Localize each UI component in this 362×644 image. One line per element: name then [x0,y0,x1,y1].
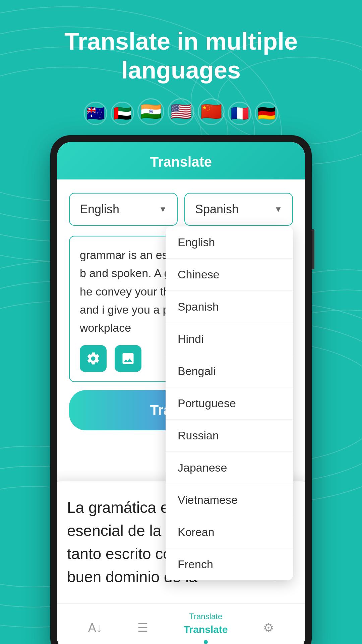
nav-item-settings[interactable]: ⚙ [263,621,274,635]
dropdown-item-bengali[interactable]: Bengali [166,355,293,387]
flag-india: 🇮🇳 [137,98,164,125]
phone-screen: Translate English ▼ Spanish ▼ En [57,142,305,644]
source-language-label: English [80,202,119,216]
settings-icon: ⚙ [263,621,274,635]
dropdown-item-chinese[interactable]: Chinese [166,259,293,291]
dropdown-item-hindi[interactable]: Hindi [166,323,293,355]
history-icon: ☰ [137,621,148,635]
translate-text-icon: A↓ [88,621,102,635]
image-button[interactable] [115,345,141,372]
bottom-nav: A↓ ☰ Translate Translate ⚙ [57,603,305,644]
language-dropdown: English Chinese Spanish Hindi Bengali Po… [166,226,293,580]
target-language-arrow: ▼ [274,205,282,214]
image-icon [121,351,135,366]
app-body: English ▼ Spanish ▼ English Chinese Span… [57,179,305,481]
dropdown-item-french[interactable]: French [166,548,293,580]
language-selector-row: English ▼ Spanish ▼ English Chinese Span… [69,193,293,226]
target-language-selector[interactable]: Spanish ▼ [184,193,293,226]
dropdown-item-spanish[interactable]: Spanish [166,291,293,323]
nav-item-translate-text[interactable]: A↓ [88,621,102,635]
flag-usa: 🇺🇸 [168,98,194,125]
flag-germany: 🇩🇪 [255,102,278,125]
phone-mockup: Translate English ▼ Spanish ▼ En [50,135,312,644]
dropdown-item-vietnamese[interactable]: Vietnamese [166,484,293,516]
camera-button[interactable] [80,345,107,372]
translate-nav-label: Translate [189,612,222,621]
app-header: Translate [57,142,305,179]
app-header-title: Translate [150,154,212,170]
target-language-label: Spanish [195,202,239,216]
dropdown-item-english[interactable]: English [166,226,293,259]
nav-item-translate-main[interactable]: Translate Translate [184,612,228,644]
flag-china: 🇨🇳 [198,98,225,125]
dropdown-item-korean[interactable]: Korean [166,516,293,548]
source-language-selector[interactable]: English ▼ [69,193,178,226]
source-language-arrow: ▼ [159,205,167,214]
nav-item-history[interactable]: ☰ [137,621,148,635]
translate-nav-text: Translate [184,624,228,635]
flags-row: 🇦🇺 🇦🇪 🇮🇳 🇺🇸 🇨🇳 🇫🇷 🇩🇪 [84,98,278,125]
main-title: Translate in multiple languages [0,27,362,85]
flag-uae: 🇦🇪 [111,102,134,125]
dropdown-item-japanese[interactable]: Japanese [166,452,293,484]
nav-active-dot [204,640,208,644]
dropdown-item-russian[interactable]: Russian [166,420,293,452]
phone-side-button [312,229,314,269]
flag-france: 🇫🇷 [228,102,251,125]
flag-australia: 🇦🇺 [84,102,107,125]
camera-icon [86,351,101,366]
dropdown-item-portuguese[interactable]: Portuguese [166,387,293,420]
